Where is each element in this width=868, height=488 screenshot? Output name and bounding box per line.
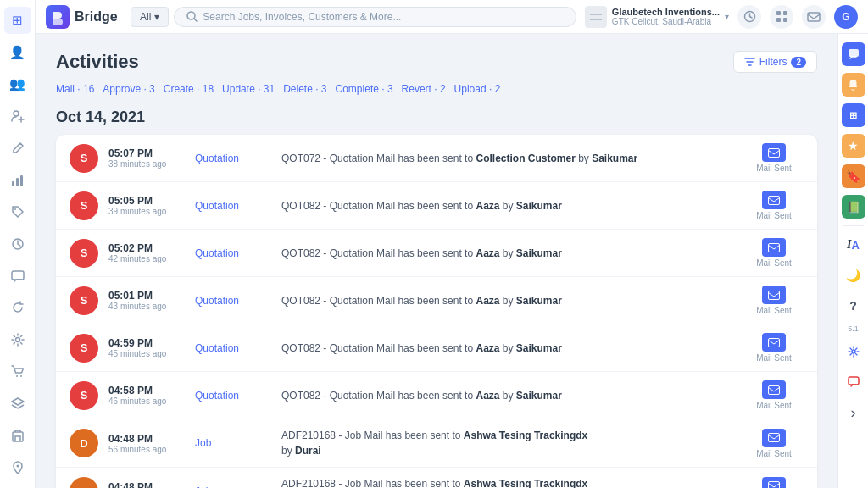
avatar: S — [70, 286, 98, 315]
company-info[interactable]: Glaubetech Inventions... GTK Cellcut, Sa… — [585, 6, 729, 28]
sidebar-item-grid[interactable]: ⊞ — [4, 7, 31, 34]
time-ago: 45 minutes ago — [108, 349, 185, 358]
sidebar-item-location[interactable] — [4, 454, 31, 481]
svg-rect-30 — [849, 49, 859, 57]
grid-nav-button[interactable] — [770, 5, 793, 29]
svg-rect-13 — [588, 11, 604, 23]
avatar: S — [70, 334, 98, 363]
avatar: S — [70, 381, 98, 410]
avatar: S — [70, 239, 98, 268]
svg-rect-15 — [776, 11, 781, 15]
time-main: 05:07 PM — [108, 147, 185, 159]
time-main: 05:05 PM — [108, 195, 185, 207]
table-row: S 04:58 PM 46 minutes ago Quotation QOT0… — [56, 372, 817, 419]
clock-nav-button[interactable] — [737, 5, 761, 29]
grid-sidebar-icon[interactable]: ⊞ — [842, 103, 865, 127]
sidebar-item-refresh[interactable] — [4, 295, 31, 322]
user-avatar[interactable]: G — [834, 5, 858, 29]
activity-type[interactable]: Quotation — [195, 247, 271, 259]
brand: Bridge — [46, 5, 122, 29]
filter-tag-update[interactable]: Update · 31 — [222, 81, 275, 97]
status-column: Mail Sent — [744, 380, 804, 410]
activity-type[interactable]: Quotation — [195, 295, 271, 307]
company-sub: GTK Cellcut, Saudi-Arabia — [612, 17, 720, 26]
sidebar-item-settings[interactable] — [4, 326, 31, 353]
sidebar-item-user-add[interactable] — [4, 103, 31, 130]
sidebar-item-cart[interactable] — [4, 358, 31, 385]
activity-type[interactable]: Job — [195, 437, 271, 449]
text-cursor-icon[interactable]: IA — [842, 233, 865, 257]
activity-description: ADF210168 - Job Mail has been sent to As… — [281, 428, 734, 458]
search-icon — [186, 11, 198, 22]
svg-rect-24 — [769, 338, 780, 347]
gear-sidebar-icon[interactable] — [842, 340, 865, 363]
status-badge: Mail Sent — [756, 258, 792, 268]
mail-icon — [762, 286, 786, 304]
time-ago: 38 minutes ago — [108, 159, 185, 169]
activities-card: S 05:07 PM 38 minutes ago Quotation QOT0… — [56, 135, 817, 488]
time-main: 05:02 PM — [108, 242, 185, 254]
status-badge: Mail Sent — [756, 211, 792, 220]
status-badge: Mail Sent — [756, 353, 792, 363]
time-column: 05:07 PM 38 minutes ago — [108, 147, 185, 169]
svg-rect-1 — [12, 181, 14, 186]
chat-sidebar-icon[interactable] — [842, 42, 865, 66]
svg-point-8 — [16, 375, 18, 377]
filter-tag-upload[interactable]: Upload · 2 — [454, 81, 501, 97]
activity-description: QOT082 - Quotation Mail has been sent to… — [281, 246, 734, 261]
filter-tags: Mail · 16 Approve · 3 Create · 18 Update… — [56, 81, 817, 97]
mail-icon — [762, 333, 786, 352]
bell-sidebar-icon[interactable] — [842, 73, 865, 97]
sidebar-item-tag[interactable] — [4, 198, 31, 225]
message-sidebar-icon[interactable] — [842, 370, 865, 394]
filter-tag-complete[interactable]: Complete · 3 — [336, 81, 393, 97]
bookmark-sidebar-icon[interactable]: 🔖 — [842, 164, 865, 188]
status-column: Mail Sent — [744, 143, 804, 173]
filter-icon — [744, 57, 755, 68]
activity-type[interactable]: Quotation — [195, 200, 271, 212]
right-sidebar: ⊞ ★ 🔖 📗 IA 🌙 ? 5.1 › — [837, 34, 868, 488]
star-sidebar-icon[interactable]: ★ — [842, 134, 865, 158]
svg-rect-3 — [20, 175, 23, 186]
status-column: Mail Sent — [744, 191, 804, 220]
filter-tag-delete[interactable]: Delete · 3 — [283, 81, 326, 97]
activity-type[interactable]: Quotation — [195, 152, 271, 164]
company-name: Glaubetech Inventions... — [612, 7, 720, 17]
mail-icon — [762, 477, 786, 489]
filters-button[interactable]: Filters 2 — [733, 51, 817, 73]
time-column: 05:05 PM 39 minutes ago — [108, 195, 185, 216]
filter-tag-create[interactable]: Create · 18 — [164, 81, 214, 97]
search-box[interactable]: Search Jobs, Invoices, Customers & More.… — [174, 7, 576, 27]
time-main: 04:59 PM — [108, 337, 185, 349]
moon-sidebar-icon[interactable]: 🌙 — [842, 263, 865, 287]
search-area: All ▾ Search Jobs, Invoices, Customers &… — [131, 7, 576, 27]
time-column: 04:48 PM 57 minutes ago — [108, 481, 185, 489]
table-row: D 04:48 PM 57 minutes ago Job ADF210168 … — [56, 468, 817, 488]
filter-tag-mail[interactable]: Mail · 16 — [56, 81, 94, 97]
filter-tag-revert[interactable]: Revert · 2 — [402, 81, 446, 97]
mail-nav-button[interactable] — [802, 5, 826, 29]
filters-count: 2 — [791, 57, 806, 68]
sidebar-item-chart[interactable] — [4, 167, 31, 194]
svg-point-11 — [16, 465, 19, 468]
sidebar-item-building[interactable] — [4, 423, 31, 450]
search-filter-dropdown[interactable]: All ▾ — [131, 7, 169, 27]
sidebar-item-clock[interactable] — [4, 230, 31, 258]
activity-description: QOT082 - Quotation Mail has been sent to… — [281, 388, 734, 403]
svg-point-31 — [852, 350, 855, 353]
right-area: Glaubetech Inventions... GTK Cellcut, Sa… — [585, 5, 858, 29]
sidebar-item-edit[interactable] — [4, 135, 31, 162]
sidebar-item-people[interactable]: 👥 — [4, 70, 31, 97]
status-column: Mail Sent — [744, 286, 804, 315]
sidebar-item-chat[interactable] — [4, 263, 31, 290]
activity-description: QOT082 - Quotation Mail has been sent to… — [281, 198, 734, 214]
activity-type[interactable]: Quotation — [195, 342, 271, 354]
question-sidebar-icon[interactable]: ? — [842, 294, 865, 318]
book-sidebar-icon[interactable]: 📗 — [842, 195, 865, 219]
activity-type[interactable]: Quotation — [195, 390, 271, 402]
sidebar-item-person[interactable]: 👤 — [4, 39, 31, 66]
filter-tag-approve[interactable]: Approve · 3 — [103, 81, 154, 97]
mail-icon — [762, 429, 786, 447]
sidebar-item-layers[interactable] — [4, 391, 31, 418]
chevron-right-sidebar-icon[interactable]: › — [842, 401, 865, 424]
